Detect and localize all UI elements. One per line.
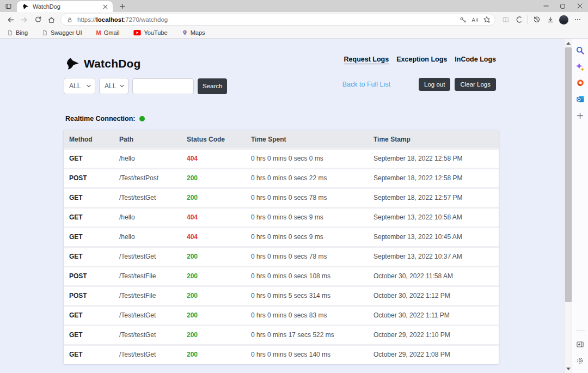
home-button[interactable] <box>45 13 58 26</box>
table-row[interactable]: GET /Test/testGet 200 0 hrs 0 mins 17 se… <box>64 326 499 345</box>
connection-status-dot <box>139 116 145 121</box>
cell-method: GET <box>64 188 114 208</box>
sidebar-search-button[interactable] <box>574 42 587 58</box>
sidebar-settings-button[interactable] <box>574 352 587 369</box>
table-row[interactable]: GET /Test/testGet 200 0 hrs 0 mins 0 sec… <box>64 188 499 208</box>
tab-actions-menu-button[interactable] <box>4 2 13 10</box>
cell-path: /hello <box>114 228 181 247</box>
back-button[interactable] <box>4 13 17 26</box>
scrollbar-thumb[interactable] <box>565 47 572 302</box>
url-text: https://localhost:7270/watchdog <box>77 16 457 23</box>
browser-essentials-button[interactable] <box>512 13 526 26</box>
office-icon <box>576 78 585 87</box>
scroll-up-button[interactable] <box>565 39 572 47</box>
cell-path: /Test/testGet <box>114 306 181 326</box>
cell-time-spent: 0 hrs 0 mins 17 secs 522 ms <box>246 326 368 345</box>
search-input[interactable] <box>132 78 194 94</box>
cell-time-spent: 0 hrs 0 mins 0 secs 108 ms <box>246 267 368 286</box>
table-row[interactable]: POST /Test/testFile 200 0 hrs 0 mins 5 s… <box>64 286 499 306</box>
logs-table-card: Method Path Status Code Time Spent Time … <box>64 130 499 364</box>
cell-time-spent: 0 hrs 0 mins 0 secs 9 ms <box>246 228 368 247</box>
arrow-up-icon <box>566 42 571 45</box>
bookmark-label: Maps <box>191 29 205 36</box>
close-icon <box>577 3 583 9</box>
browser-tab[interactable]: WatchDog <box>17 1 113 12</box>
bookmark-youtube[interactable]: YouTube <box>132 28 168 38</box>
sidebar-add-button[interactable] <box>574 107 587 124</box>
browser-window: WatchDog <box>0 0 588 373</box>
profile-button[interactable] <box>557 13 571 26</box>
tab-request-logs[interactable]: Request Logs <box>344 56 389 63</box>
read-aloud-button[interactable] <box>469 14 481 25</box>
tab-incode-logs[interactable]: InCode Logs <box>455 56 496 63</box>
cell-status-code: 404 <box>181 228 246 247</box>
table-row[interactable]: GET /Test/testGet 200 0 hrs 0 mins 0 sec… <box>64 247 499 267</box>
cell-time-stamp: September 18, 2022 12:57 PM <box>368 188 499 208</box>
bookmark-label: Swagger UI <box>51 29 82 36</box>
cell-status-code: 200 <box>181 345 246 364</box>
maximize-button[interactable] <box>554 0 571 12</box>
cell-time-spent: 0 hrs 0 mins 0 secs 78 ms <box>246 188 368 208</box>
url-path: :7270/watchdog <box>124 16 168 23</box>
brand: WatchDog <box>64 57 227 71</box>
tab-title: WatchDog <box>33 3 101 10</box>
page-icon <box>7 29 13 36</box>
vertical-scrollbar[interactable] <box>564 39 572 373</box>
search-icon <box>575 46 585 55</box>
page-title: WatchDog <box>84 57 141 70</box>
split-screen-button[interactable] <box>499 13 512 26</box>
sidebar-outlook-button[interactable] <box>574 91 587 107</box>
cell-path: /Test/testGet <box>114 326 181 345</box>
bookmark-gmail[interactable]: M Gmail <box>95 28 121 38</box>
close-window-button[interactable] <box>571 0 588 12</box>
bookmark-swagger-ui[interactable]: Swagger UI <box>41 28 83 38</box>
favorites-button[interactable] <box>481 14 493 25</box>
table-row[interactable]: GET /Test/testGet 200 0 hrs 0 mins 0 sec… <box>64 306 499 326</box>
cell-method: GET <box>64 149 114 169</box>
bookmark-bing[interactable]: Bing <box>6 28 29 38</box>
new-tab-button[interactable] <box>118 2 126 10</box>
tab-actions-icon <box>5 3 12 10</box>
refresh-button[interactable] <box>31 13 45 26</box>
cell-status-code: 200 <box>181 267 246 286</box>
sidebar-office-button[interactable] <box>574 75 587 91</box>
password-button[interactable] <box>457 14 469 25</box>
forward-button[interactable] <box>17 13 31 26</box>
table-row[interactable]: GET /hello 404 0 hrs 0 mins 0 secs 9 ms … <box>64 228 499 247</box>
cell-path: /Test/testGet <box>114 188 181 208</box>
refresh-icon <box>34 16 42 23</box>
ellipsis-icon <box>574 16 581 23</box>
method-filter-select[interactable]: ALL <box>64 78 95 94</box>
tab-exception-logs[interactable]: Exception Logs <box>396 56 447 63</box>
back-to-full-list-link[interactable]: Back to Full List <box>342 81 390 88</box>
page-head-right: Request Logs Exception Logs InCode Logs … <box>342 56 496 94</box>
tab-close-button[interactable] <box>101 3 109 11</box>
cell-status-code: 200 <box>181 188 246 208</box>
bookmark-label: YouTube <box>144 29 167 36</box>
table-row[interactable]: GET /Test/testGet 200 0 hrs 0 mins 0 sec… <box>64 345 499 364</box>
cell-method: POST <box>64 286 114 306</box>
status-filter-select[interactable]: ALL <box>99 78 128 94</box>
history-button[interactable] <box>530 13 543 26</box>
page-icon <box>42 29 48 36</box>
table-row[interactable]: GET /hello 404 0 hrs 0 mins 0 secs 0 ms … <box>64 149 499 169</box>
table-row[interactable]: POST /Test/testFile 200 0 hrs 0 mins 0 s… <box>64 267 499 286</box>
table-row[interactable]: POST /Test/testPost 200 0 hrs 0 mins 0 s… <box>64 169 499 188</box>
more-menu-button[interactable] <box>571 13 584 26</box>
address-bar[interactable]: https://localhost:7270/watchdog <box>60 14 495 26</box>
minimize-button[interactable] <box>537 0 554 12</box>
logout-button[interactable]: Log out <box>419 78 450 91</box>
table-row[interactable]: GET /hello 404 0 hrs 0 mins 0 secs 9 ms … <box>64 208 499 228</box>
cell-time-spent: 0 hrs 0 mins 5 secs 314 ms <box>246 286 368 306</box>
sidebar-copilot-button[interactable] <box>574 58 587 75</box>
browser-essentials-icon <box>516 16 523 23</box>
open-in-sidebar-button[interactable] <box>574 336 587 352</box>
watchdog-logo-icon <box>65 57 79 71</box>
downloads-button[interactable] <box>543 13 557 26</box>
scroll-down-button[interactable] <box>565 365 572 372</box>
header-path: Path <box>114 130 181 149</box>
clear-logs-button[interactable]: Clear Logs <box>455 78 496 91</box>
chevron-down-icon <box>120 84 124 88</box>
bookmark-maps[interactable]: Maps <box>181 28 206 38</box>
search-button[interactable]: Search <box>198 78 227 94</box>
